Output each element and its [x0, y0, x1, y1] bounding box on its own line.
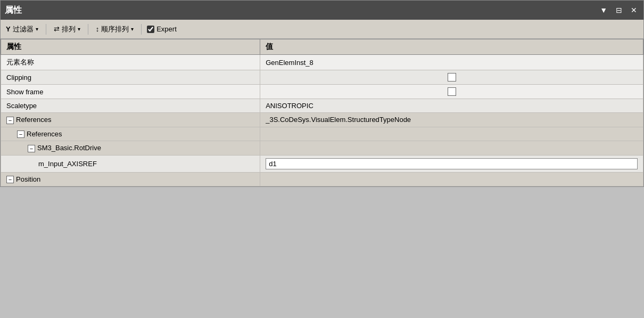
filter-button[interactable]: Y 过滤器 ▾ [4, 23, 40, 35]
prop-value-cell: GenElemInst_8 [260, 55, 643, 70]
prop-name-cell: −SM3_Basic.RotDrive [1, 141, 260, 156]
prop-name: Clipping [6, 74, 31, 81]
expert-label: Expert [156, 25, 177, 33]
close-button[interactable]: ✕ [629, 5, 639, 15]
filter-chevron-icon: ▾ [36, 26, 38, 32]
table-row: −References_3S.CoDeSys.VisualElem.Struct… [1, 113, 643, 127]
prop-name: Show frame [6, 88, 43, 96]
prop-name-cell: Scaletype [1, 99, 260, 113]
prop-name-cell: m_Input_AXISREF [1, 155, 260, 172]
expert-toggle[interactable]: Expert [147, 25, 177, 33]
prop-name-cell: Clipping [1, 70, 260, 85]
sort-chevron-icon: ▾ [78, 26, 80, 32]
prop-value-cell: ANISOTROPIC [260, 99, 643, 113]
table-row: Show frame [1, 85, 643, 99]
sort-label: 排列 [62, 25, 76, 34]
toolbar: Y 过滤器 ▾ ⇄ 排列 ▾ ↕ 顺序排列 ▾ Expert [1, 20, 643, 39]
prop-name: m_Input_AXISREF [38, 160, 97, 168]
table-row: 元素名称GenElemInst_8 [1, 55, 643, 70]
table-row: −SM3_Basic.RotDrive [1, 141, 643, 156]
prop-name: References [27, 130, 62, 138]
pin-button[interactable]: ▼ [598, 5, 609, 15]
seq-sort-button[interactable]: ↕ 顺序排列 ▾ [94, 23, 136, 35]
filter-label: 过滤器 [13, 25, 34, 34]
prop-name: Scaletype [6, 102, 37, 110]
value-input[interactable] [266, 158, 638, 169]
prop-name-cell: Show frame [1, 85, 260, 99]
collapse-button[interactable]: − [17, 131, 24, 138]
prop-value: ANISOTROPIC [266, 102, 313, 110]
prop-value-cell[interactable] [260, 70, 643, 85]
seq-sort-label: 顺序排列 [101, 25, 129, 34]
col-header-value: 值 [260, 39, 643, 55]
seq-sort-chevron-icon: ▾ [131, 26, 134, 32]
separator-3 [141, 24, 142, 35]
prop-name: Position [16, 175, 40, 183]
properties-table-container: 属性 值 元素名称GenElemInst_8ClippingShow frame… [1, 39, 643, 186]
expert-checkbox[interactable] [147, 26, 154, 33]
title-bar-controls: ▼ ⊟ ✕ [598, 5, 639, 15]
prop-value-cell [260, 141, 643, 156]
sort-icon: ⇄ [54, 25, 60, 33]
collapse-button[interactable]: − [6, 117, 14, 124]
seq-sort-icon: ↕ [96, 25, 100, 33]
properties-panel: 属性 ▼ ⊟ ✕ Y 过滤器 ▾ ⇄ 排列 ▾ ↕ 顺序排列 ▾ Expert [0, 0, 644, 187]
prop-value-cell: _3S.CoDeSys.VisualElem.StructuredTypeNod… [260, 113, 643, 127]
table-row: m_Input_AXISREF [1, 155, 643, 172]
prop-value-cell[interactable] [260, 155, 643, 172]
separator-1 [46, 24, 46, 35]
prop-name-cell: −Position [1, 172, 260, 186]
prop-name-cell: −References [1, 113, 260, 127]
checkbox-input[interactable] [448, 73, 456, 81]
table-row: −Position [1, 172, 643, 186]
table-row: Clipping [1, 70, 643, 85]
prop-name-cell: 元素名称 [1, 55, 260, 70]
table-header-row: 属性 值 [1, 39, 643, 55]
panel-title: 属性 [5, 5, 22, 16]
properties-table: 属性 值 元素名称GenElemInst_8ClippingShow frame… [1, 39, 643, 186]
prop-value-cell[interactable] [260, 85, 643, 99]
prop-name: SM3_Basic.RotDrive [37, 144, 101, 152]
prop-value-cell [260, 127, 643, 141]
separator-2 [88, 24, 88, 35]
dock-button[interactable]: ⊟ [614, 5, 624, 15]
prop-value-cell [260, 172, 643, 186]
checkbox-input[interactable] [448, 87, 456, 96]
table-row: −References [1, 127, 643, 141]
sort-button[interactable]: ⇄ 排列 ▾ [52, 23, 82, 35]
prop-value: _3S.CoDeSys.VisualElem.StructuredTypeNod… [266, 116, 411, 124]
prop-value: GenElemInst_8 [266, 59, 313, 67]
table-row: ScaletypeANISOTROPIC [1, 99, 643, 113]
prop-name: 元素名称 [6, 58, 34, 66]
filter-icon: Y [6, 25, 11, 33]
title-bar: 属性 ▼ ⊟ ✕ [1, 1, 643, 20]
prop-name: References [16, 116, 51, 124]
prop-name-cell: −References [1, 127, 260, 141]
collapse-button[interactable]: − [6, 176, 14, 183]
col-header-property: 属性 [1, 39, 260, 55]
table-body: 元素名称GenElemInst_8ClippingShow frameScale… [1, 55, 643, 186]
collapse-button[interactable]: − [28, 145, 35, 152]
